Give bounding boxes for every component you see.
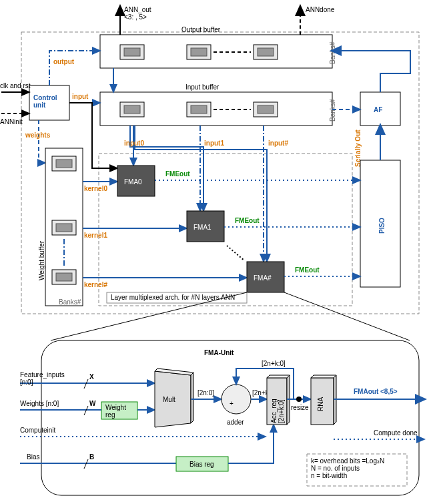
svg-rect-19 — [258, 105, 274, 113]
svg-text:Banks#: Banks# — [329, 99, 336, 121]
rna-block: RNA — [311, 375, 336, 425]
svg-text:FMAout <8,5>: FMAout <8,5> — [354, 388, 398, 395]
svg-text:FMA0: FMA0 — [124, 178, 142, 186]
ann-out-label: ANN_out<3: , 5> — [124, 6, 151, 21]
svg-text:Weights [n:0]: Weights [n:0] — [20, 400, 59, 407]
svg-text:Banks#: Banks# — [329, 41, 336, 64]
svg-point-107 — [296, 397, 302, 402]
fma-unit-section: FMA-Unit Feature_inputs[n:0] X Weights [… — [20, 340, 424, 495]
svg-text:[2n+k:0]: [2n+k:0] — [262, 360, 286, 367]
svg-text:+: + — [230, 400, 234, 407]
svg-text:kernel#: kernel# — [84, 281, 107, 288]
adder-block — [222, 385, 251, 414]
svg-text:input: input — [72, 93, 89, 100]
mult-block: Mult — [155, 368, 193, 427]
svg-rect-72 — [41, 340, 419, 495]
svg-text:input0: input0 — [124, 140, 144, 147]
svg-text:adder: adder — [227, 419, 244, 426]
svg-text:clk and rst: clk and rst — [0, 82, 31, 89]
svg-rect-42 — [56, 273, 72, 281]
svg-text:weights: weights — [25, 132, 51, 139]
svg-text:FMEout: FMEout — [295, 266, 320, 274]
memory-bank-icon — [120, 45, 278, 59]
svg-text:input#: input# — [268, 140, 288, 147]
svg-text:output: output — [53, 58, 75, 65]
svg-line-61 — [227, 246, 244, 260]
svg-text:Bias reg: Bias reg — [189, 461, 214, 468]
svg-text:input1: input1 — [204, 140, 224, 147]
svg-text:Weight buffer: Weight buffer — [38, 240, 45, 280]
svg-text:X: X — [89, 373, 94, 381]
svg-rect-15 — [124, 105, 140, 113]
svg-text:Acc_reg[2n+k:0]: Acc_reg[2n+k:0] — [270, 399, 285, 423]
svg-text:Output buffer: Output buffer — [181, 26, 221, 33]
svg-marker-93 — [191, 372, 193, 423]
memory-bank-icon — [120, 102, 278, 117]
acc-reg: Acc_reg[2n+k:0] — [267, 375, 290, 425]
svg-rect-17 — [191, 105, 207, 113]
svg-text:ANNinit: ANNinit — [0, 118, 23, 125]
svg-text:RNA: RNA — [317, 397, 324, 411]
svg-text:Mult: Mult — [163, 396, 175, 403]
svg-rect-40 — [56, 224, 72, 232]
svg-rect-10 — [258, 48, 274, 56]
svg-text:FMA1: FMA1 — [193, 224, 211, 231]
svg-text:resize: resize — [291, 404, 309, 411]
svg-text:Computeinit: Computeinit — [20, 427, 56, 434]
svg-marker-110 — [311, 375, 336, 378]
anndone-label: ANNdone — [306, 6, 335, 13]
svg-text:Bias: Bias — [27, 453, 39, 461]
svg-text:B: B — [89, 453, 94, 461]
svg-text:FMEout: FMEout — [165, 170, 190, 178]
top-section: ANN_out<3: , 5> ANNdone Output buffer Ba… — [0, 6, 419, 340]
svg-text:PISO: PISO — [378, 218, 386, 234]
svg-line-71 — [284, 292, 410, 340]
svg-text:Compute done: Compute done — [374, 429, 418, 437]
svg-text:Banks#: Banks# — [59, 298, 81, 306]
svg-text:[2n:0]: [2n:0] — [197, 389, 214, 397]
svg-marker-103 — [267, 375, 290, 378]
architecture-diagram: ANN_out<3: , 5> ANNdone Output buffer Ba… — [0, 0, 427, 504]
svg-text:AF: AF — [374, 106, 382, 113]
svg-text:FMA#: FMA# — [254, 274, 272, 282]
svg-text:W: W — [89, 400, 96, 407]
svg-text:kernel0: kernel0 — [84, 185, 107, 192]
svg-rect-6 — [124, 48, 140, 56]
svg-text:FMA-Unit: FMA-Unit — [204, 349, 234, 356]
svg-text:Input buffer: Input buffer — [185, 83, 220, 91]
svg-text:FMEout: FMEout — [235, 217, 260, 224]
svg-text:kernel1: kernel1 — [84, 232, 107, 239]
svg-rect-38 — [56, 160, 72, 168]
svg-rect-8 — [191, 48, 207, 56]
